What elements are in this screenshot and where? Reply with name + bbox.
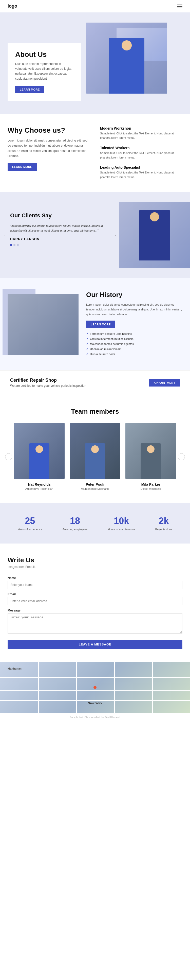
hamburger-line-1: [177, 5, 182, 5]
map-marker: [93, 686, 97, 689]
history-main-image: [8, 294, 79, 355]
hamburger-line-3: [177, 8, 182, 8]
testimonial-prev-button[interactable]: ←: [3, 232, 8, 238]
menu-button[interactable]: [177, 5, 182, 8]
feature-desc-1: Sample text. Click to select the Text El…: [100, 151, 182, 160]
clients-image: [119, 202, 190, 268]
email-label: Email: [8, 592, 182, 596]
write-subtitle: Images from Freepik: [8, 565, 182, 569]
team-card-2: Mila Parker Diesel Mechanic: [125, 423, 176, 490]
team-photo-figure-2: [141, 443, 161, 479]
team-section: Team members ← Nat Reynolds Automotive T…: [0, 395, 190, 503]
write-inner: Name Email Message LEAVE A MESSAGE: [8, 576, 182, 649]
message-input[interactable]: [8, 613, 182, 633]
stat-label-1: Amazing employees: [63, 528, 88, 531]
team-next-button[interactable]: →: [178, 453, 185, 460]
feature-leading-auto: Leading Auto Specialist Sample text. Cli…: [100, 165, 182, 179]
why-section: Why Choose us? Lorem ipsum dolor sit ame…: [0, 114, 190, 192]
map-road-v-4: [152, 662, 153, 713]
team-member-role-0: Automotive Technician: [14, 487, 65, 490]
about-title: About Us: [15, 51, 73, 59]
map-city-label: New York: [88, 701, 102, 705]
mechanic-figure: [109, 38, 144, 94]
write-form: Name Email Message LEAVE A MESSAGE: [8, 576, 182, 649]
feature-title-2: Leading Auto Specialist: [100, 165, 182, 169]
stat-0: 25 Years of experience: [18, 515, 42, 531]
team-member-name-2: Mila Parker: [125, 482, 176, 487]
why-features: Modern Workshop Sample text. Click to se…: [100, 126, 182, 180]
certified-text: Certified Repair Shop We are certified t…: [10, 378, 86, 388]
testimonial-quote: "Aenean pulvinar dui ornare, feugiat lor…: [10, 223, 109, 233]
stat-1: 18 Amazing employees: [63, 515, 88, 531]
check-item-2: Malesuada fames ac turpis egestas: [86, 342, 182, 346]
worker-head: [150, 212, 159, 221]
team-grid: Nat Reynolds Automotive Technician Peter…: [8, 423, 182, 490]
stat-number-2: 10k: [108, 515, 135, 526]
check-item-3: Ut enim ad minim veniam: [86, 347, 182, 351]
history-checklist: Fermentum posuere urna nec tinc Gravida …: [86, 332, 182, 356]
history-description: Lorem ipsum dolor sit amet, consectetur …: [86, 302, 182, 317]
stat-label-0: Years of experience: [18, 528, 42, 531]
stat-number-1: 18: [63, 515, 88, 526]
team-card-1: Peter Pouli Maintenance Mechanic: [70, 423, 120, 490]
testimonial-next-button[interactable]: →: [112, 232, 117, 238]
map-road-h-3: [0, 700, 190, 701]
feature-modern-workshop: Modern Workshop Sample text. Click to se…: [100, 126, 182, 140]
dot-1[interactable]: [13, 244, 16, 246]
team-photo-0: [14, 423, 65, 479]
map-road-h-2: [0, 690, 190, 690]
stat-number-3: 2k: [155, 515, 172, 526]
history-section: Our History Lorem ipsum dolor sit amet, …: [0, 278, 190, 370]
email-input[interactable]: [8, 597, 182, 605]
name-input[interactable]: [8, 581, 182, 589]
map-road-v-1: [38, 662, 39, 713]
about-description: Duis aute dolor in reprehenderit in volu…: [15, 62, 73, 81]
check-item-1: Gravida in fermentum ut sollicitudin: [86, 337, 182, 340]
map-road-h-1: [0, 677, 190, 678]
team-title: Team members: [8, 407, 182, 415]
dot-2[interactable]: [17, 244, 19, 246]
hamburger-line-2: [177, 6, 182, 6]
history-text: Our History Lorem ipsum dolor sit amet, …: [86, 291, 182, 358]
about-image-area: [86, 22, 182, 94]
why-description: Lorem ipsum dolor sit amet, consectetur …: [8, 138, 90, 159]
team-member-name-1: Peter Pouli: [70, 482, 120, 487]
clients-title: Our Clients Say: [10, 212, 109, 219]
dot-0[interactable]: [10, 244, 12, 246]
stats-grid: 25 Years of experience 18 Amazing employ…: [8, 515, 182, 531]
mechanic-head: [122, 40, 132, 51]
write-section: Write Us Images from Freepik Name Email …: [0, 544, 190, 662]
team-photo-2: [125, 423, 176, 479]
history-image-area: [8, 294, 79, 355]
history-learn-more-button[interactable]: LEARN MORE: [86, 321, 115, 328]
stat-2: 10k Hours of maintenance: [108, 515, 135, 531]
check-item-0: Fermentum posuere urna nec tinc: [86, 332, 182, 336]
appointment-button[interactable]: APPOINTMENT: [149, 379, 180, 387]
feature-title-1: Talented Workers: [100, 146, 182, 150]
about-image: [86, 22, 167, 94]
why-left: Why Choose us? Lorem ipsum dolor sit ame…: [8, 126, 90, 180]
about-learn-more-button[interactable]: LEARN MORE: [15, 86, 44, 93]
certified-section: Certified Repair Shop We are certified t…: [0, 370, 190, 395]
map-road-v-2: [76, 662, 77, 713]
team-carousel-wrapper: ← Nat Reynolds Automotive Technician Pet…: [8, 423, 182, 490]
email-field-group: Email: [8, 592, 182, 605]
team-photo-head-0: [35, 445, 43, 453]
testimonial-name: HARRY LARSON: [10, 237, 109, 241]
why-learn-more-button[interactable]: LEARN MORE: [8, 163, 37, 171]
feature-talented-workers: Talented Workers Sample text. Click to s…: [100, 146, 182, 160]
send-message-button[interactable]: LEAVE A MESSAGE: [8, 640, 182, 649]
testimonial-dots: [10, 244, 109, 246]
stat-number-0: 25: [18, 515, 42, 526]
history-title: Our History: [86, 291, 182, 299]
team-member-role-1: Maintenance Mechanic: [70, 487, 120, 490]
about-section: About Us Duis aute dolor in reprehenderi…: [0, 13, 190, 114]
message-field-group: Message: [8, 609, 182, 635]
stat-label-3: Projects done: [155, 528, 172, 531]
clients-section: ← Our Clients Say "Aenean pulvinar dui o…: [0, 192, 190, 278]
team-card-0: Nat Reynolds Automotive Technician: [14, 423, 65, 490]
stats-section: 25 Years of experience 18 Amazing employ…: [0, 503, 190, 544]
team-photo-figure-0: [29, 443, 49, 479]
logo: logo: [8, 3, 17, 9]
team-photo-head-2: [147, 445, 155, 453]
